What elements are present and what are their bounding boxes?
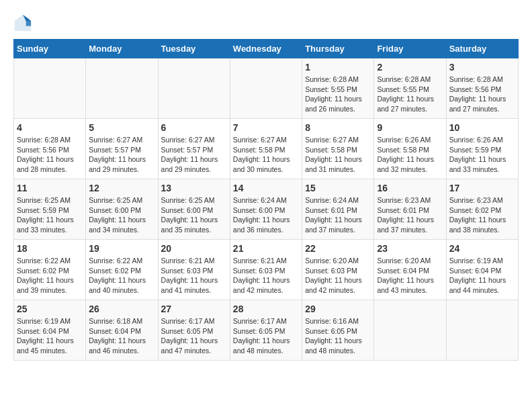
day-info: Sunrise: 6:24 AM Sunset: 6:01 PM Dayligh… xyxy=(305,195,371,235)
calendar-cell xyxy=(14,58,86,119)
day-number: 3 xyxy=(449,62,515,73)
day-info: Sunrise: 6:23 AM Sunset: 6:02 PM Dayligh… xyxy=(449,195,515,235)
day-info: Sunrise: 6:18 AM Sunset: 6:04 PM Dayligh… xyxy=(89,316,154,356)
calendar-cell: 9Sunrise: 6:26 AM Sunset: 5:58 PM Daylig… xyxy=(374,119,446,179)
day-number: 6 xyxy=(161,122,227,133)
day-info: Sunrise: 6:27 AM Sunset: 5:58 PM Dayligh… xyxy=(233,135,299,175)
calendar-cell: 27Sunrise: 6:17 AM Sunset: 6:05 PM Dayli… xyxy=(158,300,230,361)
day-info: Sunrise: 6:19 AM Sunset: 6:04 PM Dayligh… xyxy=(17,316,83,356)
day-info: Sunrise: 6:27 AM Sunset: 5:57 PM Dayligh… xyxy=(161,135,227,175)
header-cell-sunday: Sunday xyxy=(14,40,86,58)
header xyxy=(13,13,519,32)
day-info: Sunrise: 6:20 AM Sunset: 6:04 PM Dayligh… xyxy=(377,256,443,295)
calendar-cell: 25Sunrise: 6:19 AM Sunset: 6:04 PM Dayli… xyxy=(14,300,86,361)
calendar-cell: 20Sunrise: 6:21 AM Sunset: 6:03 PM Dayli… xyxy=(158,240,230,300)
day-number: 19 xyxy=(89,243,154,254)
day-number: 28 xyxy=(233,304,299,314)
calendar-cell: 11Sunrise: 6:25 AM Sunset: 5:59 PM Dayli… xyxy=(14,179,86,240)
calendar-cell: 16Sunrise: 6:23 AM Sunset: 6:01 PM Dayli… xyxy=(374,179,446,240)
day-info: Sunrise: 6:22 AM Sunset: 6:02 PM Dayligh… xyxy=(89,256,154,295)
calendar-week-1: 1Sunrise: 6:28 AM Sunset: 5:55 PM Daylig… xyxy=(14,58,519,119)
day-info: Sunrise: 6:26 AM Sunset: 5:59 PM Dayligh… xyxy=(449,135,515,175)
day-number: 25 xyxy=(17,304,83,314)
day-number: 23 xyxy=(377,243,443,254)
calendar-cell: 2Sunrise: 6:28 AM Sunset: 5:55 PM Daylig… xyxy=(374,58,446,119)
calendar-cell: 3Sunrise: 6:28 AM Sunset: 5:56 PM Daylig… xyxy=(446,58,518,119)
day-number: 21 xyxy=(233,243,299,254)
day-info: Sunrise: 6:25 AM Sunset: 6:00 PM Dayligh… xyxy=(89,195,154,235)
calendar-cell: 6Sunrise: 6:27 AM Sunset: 5:57 PM Daylig… xyxy=(158,119,230,179)
calendar-cell: 23Sunrise: 6:20 AM Sunset: 6:04 PM Dayli… xyxy=(374,240,446,300)
day-info: Sunrise: 6:24 AM Sunset: 6:00 PM Dayligh… xyxy=(233,195,299,235)
calendar-cell: 15Sunrise: 6:24 AM Sunset: 6:01 PM Dayli… xyxy=(302,179,374,240)
day-info: Sunrise: 6:28 AM Sunset: 5:56 PM Dayligh… xyxy=(449,75,515,114)
day-number: 20 xyxy=(161,243,227,254)
calendar-table: SundayMondayTuesdayWednesdayThursdayFrid… xyxy=(13,39,519,361)
day-number: 22 xyxy=(305,243,371,254)
day-number: 8 xyxy=(305,122,371,133)
day-info: Sunrise: 6:17 AM Sunset: 6:05 PM Dayligh… xyxy=(161,316,227,356)
day-number: 14 xyxy=(233,183,299,193)
calendar-week-4: 18Sunrise: 6:22 AM Sunset: 6:02 PM Dayli… xyxy=(14,240,519,300)
day-info: Sunrise: 6:25 AM Sunset: 6:00 PM Dayligh… xyxy=(161,195,227,235)
day-info: Sunrise: 6:23 AM Sunset: 6:01 PM Dayligh… xyxy=(377,195,443,235)
day-info: Sunrise: 6:27 AM Sunset: 5:57 PM Dayligh… xyxy=(89,135,154,175)
calendar-cell: 18Sunrise: 6:22 AM Sunset: 6:02 PM Dayli… xyxy=(14,240,86,300)
day-info: Sunrise: 6:25 AM Sunset: 5:59 PM Dayligh… xyxy=(17,195,83,235)
day-info: Sunrise: 6:22 AM Sunset: 6:02 PM Dayligh… xyxy=(17,256,83,295)
calendar-cell: 5Sunrise: 6:27 AM Sunset: 5:57 PM Daylig… xyxy=(86,119,158,179)
calendar-cell: 4Sunrise: 6:28 AM Sunset: 5:56 PM Daylig… xyxy=(14,119,86,179)
calendar-cell: 24Sunrise: 6:19 AM Sunset: 6:04 PM Dayli… xyxy=(446,240,518,300)
day-info: Sunrise: 6:27 AM Sunset: 5:58 PM Dayligh… xyxy=(305,135,371,175)
day-number: 27 xyxy=(161,304,227,314)
day-info: Sunrise: 6:28 AM Sunset: 5:55 PM Dayligh… xyxy=(377,75,443,114)
day-number: 18 xyxy=(17,243,83,254)
calendar-cell: 7Sunrise: 6:27 AM Sunset: 5:58 PM Daylig… xyxy=(230,119,302,179)
header-cell-monday: Monday xyxy=(86,40,158,58)
calendar-cell: 13Sunrise: 6:25 AM Sunset: 6:00 PM Dayli… xyxy=(158,179,230,240)
calendar-week-2: 4Sunrise: 6:28 AM Sunset: 5:56 PM Daylig… xyxy=(14,119,519,179)
header-cell-thursday: Thursday xyxy=(302,40,374,58)
day-number: 4 xyxy=(17,122,83,133)
day-number: 26 xyxy=(89,304,154,314)
day-info: Sunrise: 6:19 AM Sunset: 6:04 PM Dayligh… xyxy=(449,256,515,295)
calendar-cell: 29Sunrise: 6:16 AM Sunset: 6:05 PM Dayli… xyxy=(302,300,374,361)
calendar-cell: 14Sunrise: 6:24 AM Sunset: 6:00 PM Dayli… xyxy=(230,179,302,240)
logo xyxy=(13,13,35,32)
calendar-cell: 12Sunrise: 6:25 AM Sunset: 6:00 PM Dayli… xyxy=(86,179,158,240)
day-number: 5 xyxy=(89,122,154,133)
header-cell-friday: Friday xyxy=(374,40,446,58)
day-number: 29 xyxy=(305,304,371,314)
calendar-cell: 17Sunrise: 6:23 AM Sunset: 6:02 PM Dayli… xyxy=(446,179,518,240)
header-cell-tuesday: Tuesday xyxy=(158,40,230,58)
calendar-cell: 21Sunrise: 6:21 AM Sunset: 6:03 PM Dayli… xyxy=(230,240,302,300)
day-number: 15 xyxy=(305,183,371,193)
calendar-header: SundayMondayTuesdayWednesdayThursdayFrid… xyxy=(14,40,519,58)
calendar-cell: 1Sunrise: 6:28 AM Sunset: 5:55 PM Daylig… xyxy=(302,58,374,119)
calendar-cell: 22Sunrise: 6:20 AM Sunset: 6:03 PM Dayli… xyxy=(302,240,374,300)
day-info: Sunrise: 6:28 AM Sunset: 5:56 PM Dayligh… xyxy=(17,135,83,175)
calendar-week-3: 11Sunrise: 6:25 AM Sunset: 5:59 PM Dayli… xyxy=(14,179,519,240)
calendar-cell: 26Sunrise: 6:18 AM Sunset: 6:04 PM Dayli… xyxy=(86,300,158,361)
day-number: 12 xyxy=(89,183,154,193)
day-number: 11 xyxy=(17,183,83,193)
day-number: 2 xyxy=(377,62,443,73)
calendar-cell: 10Sunrise: 6:26 AM Sunset: 5:59 PM Dayli… xyxy=(446,119,518,179)
day-number: 10 xyxy=(449,122,515,133)
header-cell-wednesday: Wednesday xyxy=(230,40,302,58)
day-info: Sunrise: 6:28 AM Sunset: 5:55 PM Dayligh… xyxy=(305,75,371,114)
day-info: Sunrise: 6:26 AM Sunset: 5:58 PM Dayligh… xyxy=(377,135,443,175)
calendar-cell xyxy=(446,300,518,361)
calendar-body: 1Sunrise: 6:28 AM Sunset: 5:55 PM Daylig… xyxy=(14,58,519,361)
calendar-cell: 28Sunrise: 6:17 AM Sunset: 6:05 PM Dayli… xyxy=(230,300,302,361)
day-number: 17 xyxy=(449,183,515,193)
day-number: 13 xyxy=(161,183,227,193)
day-number: 9 xyxy=(377,122,443,133)
calendar-cell: 19Sunrise: 6:22 AM Sunset: 6:02 PM Dayli… xyxy=(86,240,158,300)
calendar-cell xyxy=(158,58,230,119)
day-info: Sunrise: 6:16 AM Sunset: 6:05 PM Dayligh… xyxy=(305,316,371,356)
calendar-cell xyxy=(374,300,446,361)
calendar-cell: 8Sunrise: 6:27 AM Sunset: 5:58 PM Daylig… xyxy=(302,119,374,179)
calendar-week-5: 25Sunrise: 6:19 AM Sunset: 6:04 PM Dayli… xyxy=(14,300,519,361)
day-number: 7 xyxy=(233,122,299,133)
